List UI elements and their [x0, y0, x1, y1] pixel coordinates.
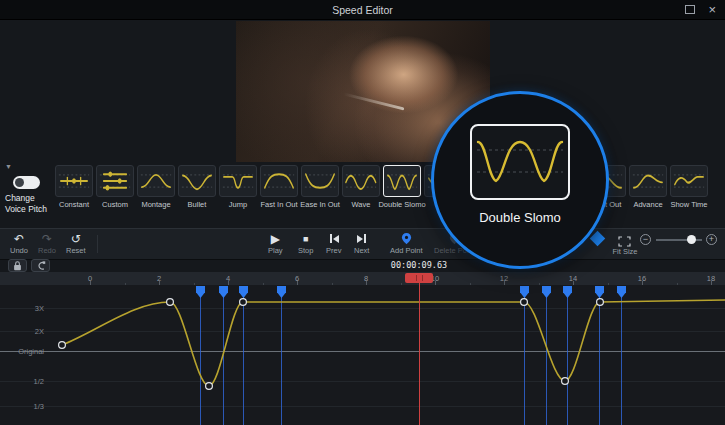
- preset-label: Wave: [342, 200, 380, 209]
- reset-button[interactable]: ↺ Reset: [66, 232, 86, 255]
- magnifier-preset-label: Double Slomo: [434, 210, 606, 225]
- preset-montage[interactable]: Montage: [137, 165, 175, 209]
- curve-handle[interactable]: [597, 299, 604, 306]
- speed-editor-window: Speed Editor × ▼ Change Voice Pitch Cons…: [0, 0, 725, 425]
- redo-button[interactable]: ↷ Redo: [38, 232, 56, 255]
- timeline-ruler[interactable]: 024681012141618: [0, 272, 725, 286]
- play-icon: ▶: [271, 232, 280, 245]
- double-slomo-icon: [383, 165, 421, 197]
- play-button[interactable]: ▶ Play: [268, 232, 283, 255]
- undo-button[interactable]: ↶ Undo: [10, 232, 28, 255]
- double-slomo-preview[interactable]: [470, 124, 570, 200]
- curve-handle[interactable]: [562, 378, 569, 385]
- ease-in-out-icon: [301, 165, 339, 197]
- jump-icon: [219, 165, 257, 197]
- preset-double-slomo[interactable]: Double Slomo: [383, 165, 421, 209]
- playhead-line: [419, 283, 420, 425]
- preset-fast-in-out[interactable]: Fast In Out: [260, 165, 298, 209]
- redo-icon: ↷: [42, 232, 52, 245]
- current-timecode: 00:00:09.63: [377, 260, 461, 270]
- reset-icon: ↺: [71, 232, 81, 245]
- advance-icon: [629, 165, 667, 197]
- window-controls: ×: [685, 0, 716, 19]
- curve-handle[interactable]: [240, 299, 247, 306]
- add-point-button[interactable]: Add Point: [390, 232, 423, 255]
- playhead-handle[interactable]: [405, 273, 433, 283]
- stop-icon: ■: [303, 232, 308, 245]
- preset-label: Custom: [96, 200, 134, 209]
- preset-ease-in-out[interactable]: Ease In Out: [301, 165, 339, 209]
- preset-label: Constant: [55, 200, 93, 209]
- preset-label: Show Time: [670, 200, 708, 209]
- montage-icon: [137, 165, 175, 197]
- window-title: Speed Editor: [332, 4, 393, 16]
- titlebar: Speed Editor ×: [0, 0, 725, 20]
- maximize-icon[interactable]: [685, 5, 695, 14]
- curve-handle[interactable]: [59, 342, 66, 349]
- double-slomo-curve-icon: [472, 126, 568, 198]
- prev-icon: [329, 232, 339, 245]
- preset-constant[interactable]: Constant: [55, 165, 93, 209]
- curve-handle[interactable]: [167, 299, 174, 306]
- zoom-in-icon[interactable]: +: [706, 234, 717, 245]
- add-point-pin-icon: [401, 232, 412, 245]
- preset-label: Montage: [137, 200, 175, 209]
- preset-magnifier: Double Slomo: [431, 91, 609, 269]
- next-button[interactable]: Next: [354, 232, 369, 255]
- preset-show-time[interactable]: Show Time: [670, 165, 708, 209]
- prev-button[interactable]: Prev: [326, 232, 341, 255]
- preset-advance[interactable]: Advance: [629, 165, 667, 209]
- close-icon[interactable]: ×: [708, 3, 716, 16]
- preset-label: Advance: [629, 200, 667, 209]
- zoom-out-icon[interactable]: −: [640, 234, 651, 245]
- wave-icon: [342, 165, 380, 197]
- preset-bullet[interactable]: Bullet: [178, 165, 216, 209]
- curve-handle[interactable]: [521, 299, 528, 306]
- preset-jump[interactable]: Jump: [219, 165, 257, 209]
- bullet-icon: [178, 165, 216, 197]
- next-icon: [357, 232, 367, 245]
- lock-button[interactable]: [8, 259, 27, 272]
- preset-label: Ease In Out: [301, 200, 339, 209]
- zoom-slider-knob[interactable]: [687, 235, 696, 244]
- constant-icon: [55, 165, 93, 197]
- preset-custom[interactable]: Custom: [96, 165, 134, 209]
- preset-label: Jump: [219, 200, 257, 209]
- stop-button[interactable]: ■ Stop: [298, 232, 313, 255]
- curve-tool-icon: [34, 260, 47, 271]
- fit-size-label: Fit Size: [602, 247, 648, 256]
- preset-label: Bullet: [178, 200, 216, 209]
- toolbar-divider: [97, 235, 98, 253]
- speed-curve-editor[interactable]: 3X2XOriginal1/21/3: [0, 285, 725, 425]
- curve-handle[interactable]: [206, 383, 213, 390]
- preset-label: Double Slomo: [383, 200, 421, 209]
- curve-tool-button[interactable]: [31, 259, 50, 272]
- show-time-icon: [670, 165, 708, 197]
- preset-list: ConstantCustomMontageBulletJumpFast In O…: [0, 165, 725, 220]
- speed-curve: [0, 285, 725, 425]
- fast-in-out-icon: [260, 165, 298, 197]
- lock-icon: [11, 260, 24, 271]
- custom-icon: [96, 165, 134, 197]
- preset-label: Fast In Out: [260, 200, 298, 209]
- undo-icon: ↶: [14, 232, 24, 245]
- preset-wave[interactable]: Wave: [342, 165, 380, 209]
